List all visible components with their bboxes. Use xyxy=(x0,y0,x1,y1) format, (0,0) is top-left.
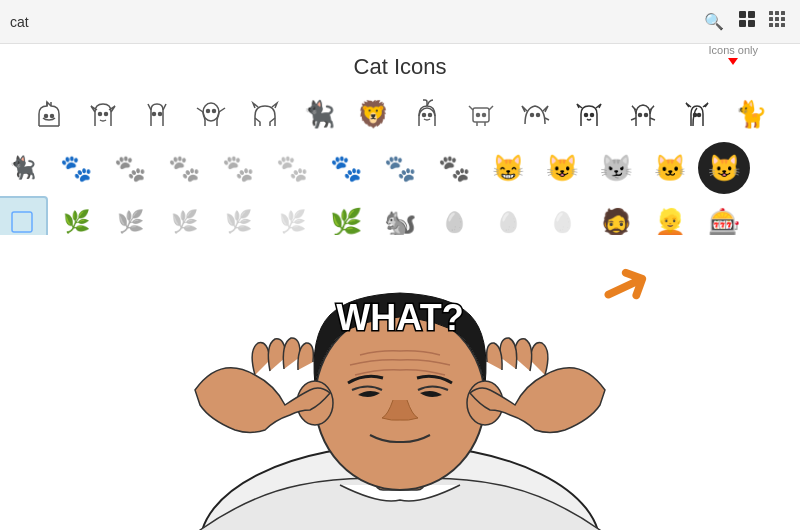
header: cat 🔍 xyxy=(0,0,800,44)
svg-rect-7 xyxy=(769,17,773,21)
svg-point-29 xyxy=(585,114,588,117)
search-icon: 🔍 xyxy=(704,12,724,31)
svg-point-21 xyxy=(213,110,216,113)
svg-point-32 xyxy=(645,114,648,117)
svg-point-30 xyxy=(591,114,594,117)
search-input[interactable]: cat xyxy=(10,14,696,30)
svg-point-18 xyxy=(159,113,162,116)
svg-point-13 xyxy=(45,115,48,118)
svg-rect-35 xyxy=(12,212,32,232)
list-item[interactable] xyxy=(671,88,723,140)
list-item[interactable]: 🐾 xyxy=(428,142,480,194)
svg-rect-6 xyxy=(781,11,785,15)
svg-rect-1 xyxy=(748,11,755,18)
list-item[interactable]: 😼 xyxy=(590,142,642,194)
list-item[interactable] xyxy=(563,88,615,140)
list-item[interactable] xyxy=(23,88,75,140)
meme-image: WHAT? xyxy=(0,235,800,530)
list-item[interactable]: 😸 xyxy=(482,142,534,194)
list-item[interactable]: 🐈‍⬛ xyxy=(293,88,345,140)
list-item[interactable] xyxy=(752,142,800,194)
svg-point-31 xyxy=(639,114,642,117)
list-item[interactable] xyxy=(77,88,129,140)
list-item[interactable]: 🐾 xyxy=(266,142,318,194)
list-item[interactable] xyxy=(239,88,291,140)
list-item[interactable] xyxy=(401,88,453,140)
icon-row-2: 🐈‍⬛ 🐾 🐾 🐾 🐾 🐾 🐾 🐾 🐾 😸 😺 😼 🐱 😺 xyxy=(0,142,800,194)
svg-rect-11 xyxy=(775,23,779,27)
icons-only-label: Icons only xyxy=(708,44,758,56)
svg-point-26 xyxy=(483,114,486,117)
svg-text:WHAT?: WHAT? xyxy=(336,297,463,338)
svg-rect-10 xyxy=(769,23,773,27)
svg-point-28 xyxy=(537,114,540,117)
svg-rect-9 xyxy=(781,17,785,21)
svg-rect-24 xyxy=(473,108,489,122)
small-grid-button[interactable] xyxy=(764,6,790,37)
svg-point-16 xyxy=(105,113,108,116)
list-item[interactable]: 🐈 xyxy=(725,88,777,140)
large-grid-button[interactable] xyxy=(734,6,760,37)
list-item[interactable]: 🐈‍⬛ xyxy=(0,142,48,194)
view-toggle xyxy=(734,6,790,37)
svg-rect-4 xyxy=(769,11,773,15)
list-item[interactable] xyxy=(617,88,669,140)
svg-point-25 xyxy=(477,114,480,117)
list-item[interactable]: 🐾 xyxy=(158,142,210,194)
icons-only-container: Icons only xyxy=(708,44,758,65)
list-item[interactable]: 🐱 xyxy=(644,142,696,194)
list-item[interactable] xyxy=(509,88,561,140)
svg-rect-8 xyxy=(775,17,779,21)
red-arrow-indicator xyxy=(728,58,738,65)
page-title: Cat Icons xyxy=(0,54,800,80)
list-item[interactable]: 🐾 xyxy=(320,142,372,194)
list-item[interactable] xyxy=(185,88,237,140)
list-item[interactable]: 🐾 xyxy=(212,142,264,194)
list-item[interactable] xyxy=(455,88,507,140)
svg-rect-2 xyxy=(739,20,746,27)
svg-rect-5 xyxy=(775,11,779,15)
svg-point-19 xyxy=(203,103,219,121)
list-item[interactable]: 🐾 xyxy=(374,142,426,194)
svg-point-23 xyxy=(429,114,432,117)
icon-row-1: 🐈‍⬛ 🦁 xyxy=(23,88,777,140)
svg-point-14 xyxy=(51,115,54,118)
svg-point-27 xyxy=(531,114,534,117)
list-item[interactable] xyxy=(131,88,183,140)
list-item[interactable]: 🦁 xyxy=(347,88,399,140)
list-item[interactable]: 🐾 xyxy=(50,142,102,194)
svg-point-17 xyxy=(153,113,156,116)
meme-overlay: WHAT? xyxy=(0,235,800,530)
icon-grid: 🐈‍⬛ 🦁 xyxy=(0,88,800,250)
svg-point-34 xyxy=(698,114,701,117)
svg-rect-3 xyxy=(748,20,755,27)
list-item[interactable]: 😺 xyxy=(536,142,588,194)
list-item[interactable]: 😺 xyxy=(698,142,750,194)
list-item[interactable]: 🐾 xyxy=(104,142,156,194)
svg-point-15 xyxy=(99,113,102,116)
svg-point-20 xyxy=(207,110,210,113)
svg-point-22 xyxy=(423,114,426,117)
svg-rect-0 xyxy=(739,11,746,18)
svg-rect-12 xyxy=(781,23,785,27)
